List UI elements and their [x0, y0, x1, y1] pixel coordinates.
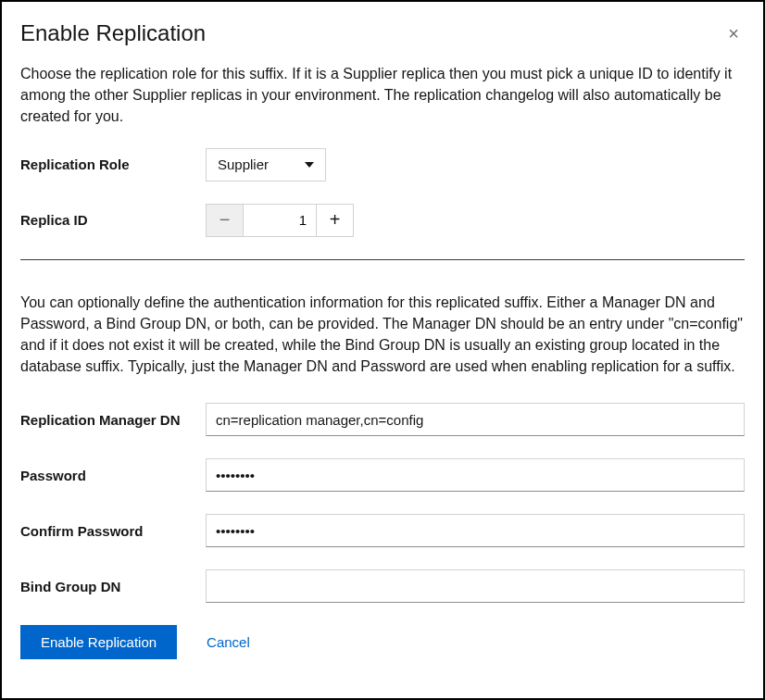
- section-divider: [20, 259, 745, 260]
- label-bind-group-dn: Bind Group DN: [20, 579, 206, 594]
- label-password: Password: [20, 468, 206, 483]
- modal-title: Enable Replication: [20, 20, 206, 46]
- row-confirm-password: Confirm Password: [20, 514, 745, 547]
- modal-description-1: Choose the replication role for this suf…: [20, 63, 745, 128]
- modal-header: Enable Replication ×: [20, 20, 745, 46]
- cancel-button[interactable]: Cancel: [207, 634, 250, 650]
- minus-icon: −: [219, 209, 231, 231]
- label-replication-role: Replication Role: [20, 156, 206, 172]
- label-confirm-password: Confirm Password: [20, 523, 206, 539]
- row-manager-dn: Replication Manager DN: [20, 403, 745, 436]
- bind-group-dn-input[interactable]: [206, 569, 745, 603]
- replication-role-value: Supplier: [218, 156, 305, 172]
- row-replica-id: Replica ID − +: [20, 204, 745, 237]
- label-replica-id: Replica ID: [20, 212, 206, 228]
- confirm-password-input[interactable]: [206, 514, 745, 547]
- replication-role-select[interactable]: Supplier: [206, 148, 326, 181]
- replica-id-increment-button[interactable]: +: [316, 205, 353, 236]
- modal-footer: Enable Replication Cancel: [20, 625, 745, 659]
- modal-description-2: You can optionally define the authentica…: [20, 292, 745, 378]
- enable-replication-modal: Enable Replication × Choose the replicat…: [0, 0, 765, 700]
- manager-dn-input[interactable]: [206, 403, 745, 436]
- close-icon: ×: [728, 23, 739, 44]
- chevron-down-icon: [305, 162, 314, 168]
- close-button[interactable]: ×: [722, 20, 745, 46]
- replica-id-decrement-button[interactable]: −: [207, 205, 244, 236]
- row-replication-role: Replication Role Supplier: [20, 148, 745, 181]
- enable-replication-button[interactable]: Enable Replication: [20, 625, 177, 659]
- label-manager-dn: Replication Manager DN: [20, 412, 206, 428]
- row-bind-group-dn: Bind Group DN: [20, 569, 745, 603]
- replica-id-input[interactable]: [244, 205, 316, 236]
- row-password: Password: [20, 458, 745, 492]
- replica-id-stepper: − +: [206, 204, 354, 237]
- password-input[interactable]: [206, 458, 745, 492]
- plus-icon: +: [330, 209, 341, 231]
